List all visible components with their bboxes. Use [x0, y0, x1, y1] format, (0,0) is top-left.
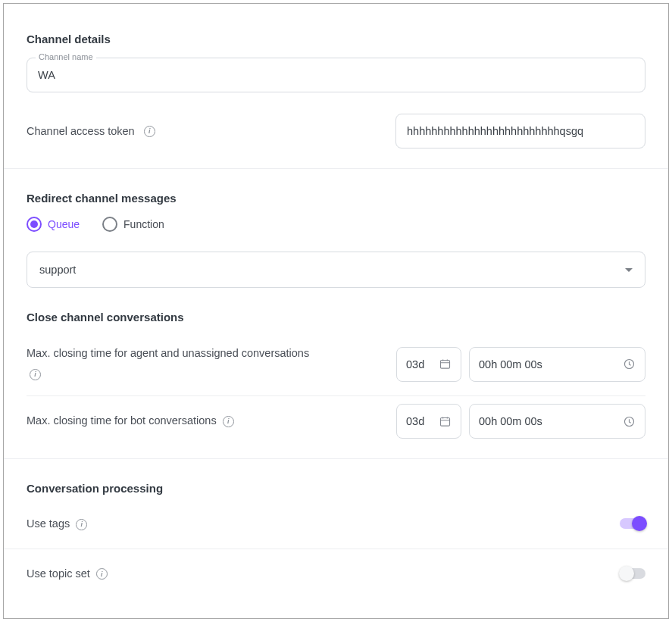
divider	[4, 549, 668, 549]
svg-rect-2	[440, 417, 449, 426]
toggle-knob	[619, 566, 634, 581]
radio-queue-label: Queue	[48, 218, 80, 230]
channel-name-field-wrapper: Channel name	[27, 58, 645, 92]
chevron-down-icon	[625, 268, 633, 272]
channel-settings-panel: Channel details Channel name Channel acc…	[3, 3, 669, 619]
section-heading-redirect: Redirect channel messages	[27, 192, 645, 205]
radio-queue[interactable]: Queue	[27, 217, 80, 232]
section-heading-channel-details: Channel details	[27, 33, 645, 45]
close-bot-label: Max. closing time for bot conversations	[27, 414, 217, 427]
toggle-knob	[632, 516, 647, 531]
access-token-input[interactable]	[395, 114, 645, 148]
radio-function-label: Function	[123, 218, 164, 230]
clock-icon	[623, 415, 636, 428]
bot-close-time-value: 00h 00m 00s	[479, 415, 542, 427]
calendar-icon	[439, 415, 452, 428]
access-token-label: Channel access token	[27, 125, 135, 137]
radio-icon	[27, 217, 42, 232]
info-icon[interactable]	[144, 126, 155, 137]
bot-close-days-value: 03d	[406, 415, 424, 427]
divider	[4, 458, 668, 459]
info-icon[interactable]	[30, 369, 41, 380]
use-topic-toggle[interactable]	[620, 568, 645, 579]
agent-close-days-input[interactable]: 03d	[396, 347, 461, 382]
divider	[4, 168, 668, 169]
agent-close-time-value: 00h 00m 00s	[479, 358, 542, 370]
use-tags-label: Use tags	[27, 517, 70, 530]
redirect-target-select[interactable]: support	[27, 252, 645, 288]
redirect-target-value: support	[39, 264, 76, 276]
use-tags-toggle[interactable]	[620, 518, 645, 529]
info-icon[interactable]	[76, 519, 87, 530]
radio-icon	[102, 217, 117, 232]
section-heading-close: Close channel conversations	[27, 311, 645, 324]
use-topic-label: Use topic set	[27, 567, 90, 580]
bot-close-time-input[interactable]: 00h 00m 00s	[469, 404, 645, 439]
channel-name-label: Channel name	[36, 52, 96, 61]
svg-rect-0	[440, 361, 449, 369]
close-agent-label: Max. closing time for agent and unassign…	[27, 347, 309, 359]
info-icon[interactable]	[96, 568, 108, 580]
calendar-icon	[439, 358, 452, 370]
clock-icon	[623, 358, 636, 370]
info-icon[interactable]	[223, 416, 234, 427]
agent-close-time-input[interactable]: 00h 00m 00s	[469, 347, 645, 382]
section-heading-processing: Conversation processing	[27, 482, 645, 495]
bot-close-days-input[interactable]: 03d	[396, 404, 461, 439]
radio-function[interactable]: Function	[102, 217, 164, 232]
agent-close-days-value: 03d	[406, 358, 424, 370]
channel-name-input[interactable]	[27, 58, 645, 92]
